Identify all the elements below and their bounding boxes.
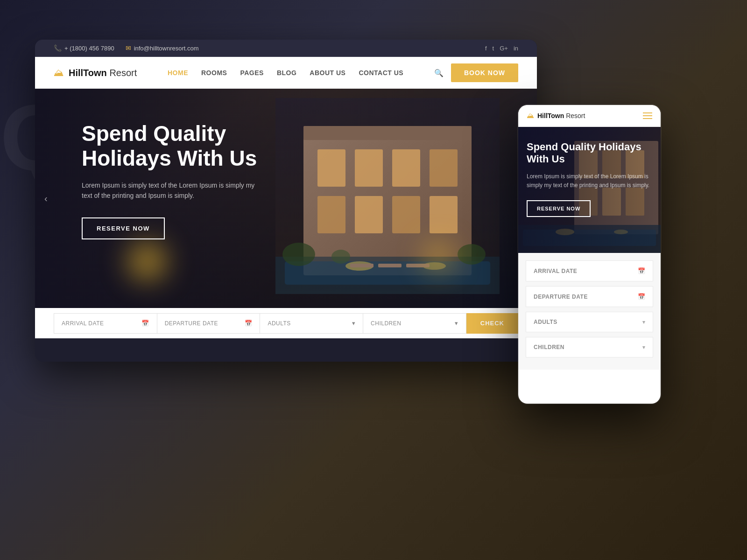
children-label: CHILDREN xyxy=(371,320,401,327)
nav-blog[interactable]: BLOG xyxy=(277,69,296,77)
phone-number: + (1800) 456 7890 xyxy=(64,45,114,52)
arrival-date-field[interactable]: ARRIVAL DATE 📅 xyxy=(54,313,157,334)
top-bar-left: 📞 + (1800) 456 7890 ✉ info@hilltownresor… xyxy=(54,44,199,52)
logo-mountain-icon: ⛰ xyxy=(54,67,64,79)
mobile-calendar-icon-departure: 📅 xyxy=(638,293,646,300)
mobile-dropdown-arrow-adults: ▾ xyxy=(642,319,646,325)
mobile-adults-label: ADULTS xyxy=(534,319,557,325)
nav-contact[interactable]: CONTACT US xyxy=(359,69,403,77)
hero-description: Lorem Ipsum is simply text of the Lorem … xyxy=(82,180,259,201)
svg-rect-10 xyxy=(430,196,458,233)
nav-home[interactable]: HOME xyxy=(168,69,188,77)
mobile-hero-description: Lorem Ipsum is simply text of the Lorem … xyxy=(527,172,652,190)
mobile-reserve-button[interactable]: RESERVE NOW xyxy=(527,200,591,217)
svg-point-16 xyxy=(458,244,486,265)
hamburger-line-3 xyxy=(643,118,652,119)
book-now-button[interactable]: BOOK NOW xyxy=(451,63,518,82)
mobile-logo: ⛰ HillTown Resort xyxy=(527,112,585,120)
adults-field[interactable]: ADULTS ▾ xyxy=(260,313,363,334)
nav-rooms[interactable]: ROOMS xyxy=(201,69,227,77)
svg-rect-7 xyxy=(317,196,345,233)
svg-rect-6 xyxy=(430,149,458,187)
svg-rect-18 xyxy=(350,264,374,267)
mobile-calendar-icon-arrival: 📅 xyxy=(638,267,646,274)
mobile-logo-text: HillTown Resort xyxy=(537,112,585,119)
mobile-dropdown-arrow-children: ▾ xyxy=(642,344,646,350)
adults-label: ADULTS xyxy=(268,320,290,327)
search-icon[interactable]: 🔍 xyxy=(434,69,444,77)
twitter-link[interactable]: t xyxy=(493,45,494,52)
svg-rect-4 xyxy=(355,149,383,187)
svg-rect-8 xyxy=(355,196,383,233)
top-bar: 📞 + (1800) 456 7890 ✉ info@hilltownresor… xyxy=(35,40,537,57)
hero-prev-arrow[interactable]: ‹ xyxy=(44,193,48,204)
mobile-children-field[interactable]: CHILDREN ▾ xyxy=(526,337,653,357)
svg-rect-9 xyxy=(392,196,420,233)
svg-rect-2 xyxy=(303,126,472,140)
email-address: info@hilltownresort.com xyxy=(134,45,199,52)
svg-rect-19 xyxy=(378,264,402,267)
hamburger-line-1 xyxy=(643,112,652,113)
svg-rect-5 xyxy=(392,149,420,187)
svg-rect-20 xyxy=(406,264,430,267)
mobile-children-label: CHILDREN xyxy=(534,344,564,350)
hamburger-line-2 xyxy=(643,115,652,116)
phone-contact: 📞 + (1800) 456 7890 xyxy=(54,44,114,52)
facebook-link[interactable]: f xyxy=(485,45,487,52)
logo-text: HillTown Resort xyxy=(69,68,137,78)
children-field[interactable]: CHILDREN ▾ xyxy=(363,313,466,334)
dropdown-arrow-children: ▾ xyxy=(455,320,458,327)
phone-icon: 📞 xyxy=(54,44,62,52)
email-contact: ✉ info@hilltownresort.com xyxy=(126,44,199,52)
dropdown-arrow-adults: ▾ xyxy=(352,320,356,327)
svg-point-15 xyxy=(282,243,315,266)
nav-links: HOME ROOMS PAGES BLOG ABOUT US CONTACT U… xyxy=(168,69,403,77)
mobile-hero: Spend Quality Holidays With Us Lorem Ips… xyxy=(518,127,661,253)
check-availability-button[interactable]: CHECK xyxy=(466,313,518,334)
nav-right: 🔍 BOOK NOW xyxy=(434,63,518,82)
mobile-departure-field[interactable]: DEPARTURE DATE 📅 xyxy=(526,286,653,307)
reserve-now-button[interactable]: RESERVE NOW xyxy=(82,217,165,239)
mobile-logo-icon: ⛰ xyxy=(527,112,534,120)
departure-date-label: DEPARTURE DATE xyxy=(165,320,218,327)
hamburger-menu[interactable] xyxy=(643,112,652,119)
calendar-icon-arrival: 📅 xyxy=(141,320,149,327)
mobile-header: ⛰ HillTown Resort xyxy=(518,105,661,127)
mobile-mockup: ⛰ HillTown Resort xyxy=(518,105,661,404)
hero-title: Spend Quality Holidays With Us xyxy=(82,121,315,171)
mobile-booking-form: ARRIVAL DATE 📅 DEPARTURE DATE 📅 ADULTS ▾… xyxy=(518,253,661,370)
linkedin-link[interactable]: in xyxy=(514,45,518,52)
calendar-icon-departure: 📅 xyxy=(245,320,253,327)
mobile-hero-title: Spend Quality Holidays With Us xyxy=(527,141,652,166)
booking-bar: ARRIVAL DATE 📅 DEPARTURE DATE 📅 ADULTS ▾… xyxy=(35,308,537,338)
social-links: f t G+ in xyxy=(485,45,518,52)
nav-about[interactable]: ABOUT US xyxy=(310,69,345,77)
mobile-departure-label: DEPARTURE DATE xyxy=(534,294,588,300)
hero-section: Spend Quality Holidays With Us Lorem Ips… xyxy=(35,89,537,308)
googleplus-link[interactable]: G+ xyxy=(500,45,508,52)
desktop-mockup: 📞 + (1800) 456 7890 ✉ info@hilltownresor… xyxy=(35,40,537,362)
navbar: ⛰ HillTown Resort HOME ROOMS PAGES BLOG … xyxy=(35,57,537,89)
arrival-date-label: ARRIVAL DATE xyxy=(62,320,104,327)
nav-pages[interactable]: PAGES xyxy=(240,69,263,77)
svg-rect-3 xyxy=(317,149,345,187)
mobile-arrival-label: ARRIVAL DATE xyxy=(534,268,577,274)
mobile-hero-content: Spend Quality Holidays With Us Lorem Ips… xyxy=(527,141,652,217)
mobile-adults-field[interactable]: ADULTS ▾ xyxy=(526,312,653,332)
mobile-arrival-field[interactable]: ARRIVAL DATE 📅 xyxy=(526,260,653,281)
svg-point-17 xyxy=(331,250,350,264)
logo: ⛰ HillTown Resort xyxy=(54,67,137,79)
hero-content: Spend Quality Holidays With Us Lorem Ips… xyxy=(82,121,315,239)
departure-date-field[interactable]: DEPARTURE DATE 📅 xyxy=(157,313,261,334)
email-icon: ✉ xyxy=(126,44,131,52)
